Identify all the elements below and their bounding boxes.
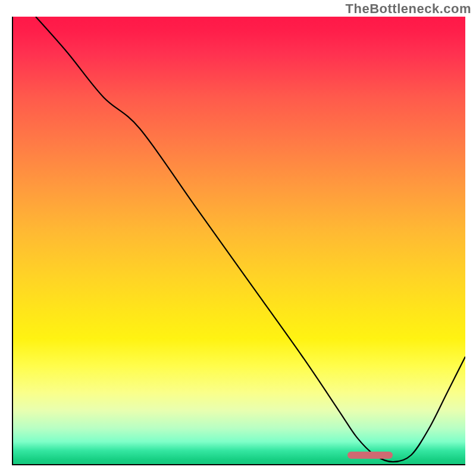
plot-area: [12, 17, 465, 465]
watermark-text: TheBottleneck.com: [346, 1, 471, 17]
optimal-band-marker: [347, 452, 393, 459]
chart-canvas: TheBottleneck.com: [0, 0, 476, 476]
bottleneck-curve-path: [36, 17, 465, 462]
curve-layer: [13, 17, 465, 464]
